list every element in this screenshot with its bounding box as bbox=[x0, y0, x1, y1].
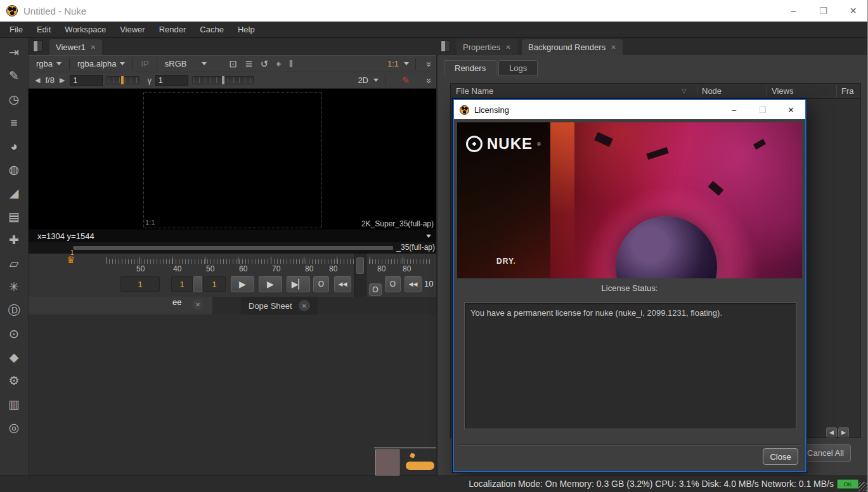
zero-button[interactable]: O bbox=[313, 276, 329, 292]
node-graph-minimap[interactable] bbox=[374, 448, 436, 476]
channel-stack-icon[interactable]: ≣ bbox=[241, 58, 257, 70]
menu-help[interactable]: Help bbox=[231, 22, 262, 38]
tab-viewer1[interactable]: Viewer1 ✕ bbox=[49, 39, 102, 55]
gain-slider[interactable] bbox=[107, 76, 139, 84]
timeline-ruler[interactable] bbox=[106, 257, 431, 264]
roi-target-icon[interactable]: ⌖ bbox=[272, 58, 285, 70]
pane-layout-icon[interactable] bbox=[441, 41, 450, 52]
gamma-slider[interactable] bbox=[192, 76, 254, 84]
menu-file[interactable]: File bbox=[3, 22, 30, 38]
menu-render[interactable]: Render bbox=[152, 22, 193, 38]
collapse-chevrons-icon[interactable]: » bbox=[424, 62, 434, 65]
pane-layout-icon[interactable] bbox=[33, 41, 42, 52]
ghost-tab-label: ee bbox=[172, 297, 181, 307]
filter-icon[interactable]: ◍ bbox=[0, 158, 29, 181]
column-views[interactable]: Views bbox=[772, 86, 793, 96]
zoom-level-dropdown[interactable]: 1:1 bbox=[387, 59, 399, 68]
collapse-chevrons-icon[interactable]: » bbox=[424, 78, 434, 82]
color-icon[interactable]: ◕ bbox=[0, 134, 29, 158]
node-graph-node[interactable] bbox=[375, 450, 399, 476]
3d-icon[interactable]: ▱ bbox=[0, 252, 29, 275]
plugins-icon[interactable]: ◎ bbox=[0, 416, 29, 439]
toolsets-icon[interactable]: ⚙ bbox=[0, 369, 29, 392]
colorspace-dropdown[interactable]: sRGB bbox=[161, 58, 211, 70]
particles-icon[interactable]: ✳ bbox=[0, 275, 29, 299]
tab-background-renders[interactable]: Background Renders ✕ bbox=[522, 39, 623, 55]
minimize-button[interactable]: – bbox=[779, 0, 808, 22]
frame-field[interactable] bbox=[120, 276, 160, 292]
playhead-icon[interactable]: ♛ bbox=[67, 254, 75, 266]
goto-end-button[interactable]: ▶▏ bbox=[287, 276, 310, 292]
split-handle[interactable] bbox=[193, 276, 202, 292]
status-metrics: Localization Mode: On Memory: 0.3 GB (3.… bbox=[469, 479, 834, 489]
resize-grip[interactable] bbox=[858, 482, 867, 491]
rewind-button[interactable]: ◀◀ bbox=[405, 276, 422, 292]
gain-prev-icon[interactable]: ◀ bbox=[34, 76, 41, 84]
views-icon[interactable]: ⊙ bbox=[0, 322, 29, 346]
pause-icon[interactable]: ‖ bbox=[285, 58, 297, 69]
metadata-icon[interactable]: ◆ bbox=[0, 346, 29, 369]
viewer-canvas[interactable]: 1:1 2K_Super_35(full-ap) bbox=[29, 89, 436, 230]
gamma-input[interactable] bbox=[155, 75, 188, 86]
window-title: Untitled - Nuke bbox=[23, 6, 86, 16]
tab-renders[interactable]: Renders bbox=[444, 60, 496, 76]
close-button[interactable]: ✕ bbox=[838, 0, 868, 22]
keyer-icon[interactable]: ◢ bbox=[0, 181, 29, 205]
deep-icon[interactable]: Ⓓ bbox=[0, 299, 29, 322]
rewind-button[interactable]: ◀◀ bbox=[334, 276, 351, 292]
sort-icon[interactable]: ▽ bbox=[682, 87, 687, 94]
dialog-maximize-button[interactable]: ❒ bbox=[748, 100, 777, 119]
zero-button[interactable]: O bbox=[385, 276, 401, 292]
roi-pencil-icon[interactable]: ✎ bbox=[401, 75, 410, 86]
chevron-down-icon[interactable] bbox=[426, 235, 431, 238]
image-icon[interactable]: ⇥ bbox=[0, 41, 29, 64]
refresh-icon[interactable]: ↺ bbox=[257, 58, 273, 70]
gain-next-icon[interactable]: ▶ bbox=[58, 76, 66, 84]
cancel-all-button[interactable]: Cancel All bbox=[800, 444, 851, 462]
transform-icon[interactable]: ✚ bbox=[0, 228, 29, 252]
tab-dope-sheet[interactable]: Dope Sheet ✕ bbox=[241, 297, 318, 314]
menu-bar: File Edit Workspace Viewer Render Cache … bbox=[0, 22, 868, 38]
tab-logs[interactable]: Logs bbox=[498, 60, 538, 76]
frame-field[interactable] bbox=[171, 276, 193, 292]
draw-icon[interactable]: ✎ bbox=[0, 64, 29, 87]
close-icon[interactable]: ✕ bbox=[192, 299, 204, 310]
input-process-toggle[interactable]: IP bbox=[137, 58, 152, 70]
column-file-name[interactable]: File Name bbox=[456, 86, 493, 96]
channels-dropdown[interactable]: rgba bbox=[32, 58, 65, 70]
close-icon[interactable]: ✕ bbox=[611, 44, 616, 51]
scroll-right-icon[interactable]: ▶ bbox=[838, 427, 849, 437]
scroll-left-icon[interactable]: ◀ bbox=[826, 427, 837, 437]
layer-dropdown[interactable]: rgba.alpha bbox=[74, 58, 129, 70]
menu-cache[interactable]: Cache bbox=[193, 22, 231, 38]
close-dialog-button[interactable]: Close bbox=[763, 448, 798, 465]
view-mode-dropdown[interactable]: 2D bbox=[358, 75, 368, 85]
close-icon[interactable]: ✕ bbox=[299, 300, 310, 311]
menu-edit[interactable]: Edit bbox=[30, 22, 58, 38]
column-frames[interactable]: Fra bbox=[841, 86, 854, 96]
chevron-down-icon bbox=[120, 62, 125, 65]
maximize-button[interactable]: ❒ bbox=[808, 0, 838, 22]
menu-workspace[interactable]: Workspace bbox=[58, 22, 113, 38]
column-node[interactable]: Node bbox=[702, 86, 722, 96]
close-icon[interactable]: ✕ bbox=[91, 44, 96, 51]
menu-viewer[interactable]: Viewer bbox=[113, 22, 152, 38]
channel-icon[interactable]: ≡ bbox=[0, 111, 29, 134]
play-step-button[interactable]: ▶ bbox=[259, 276, 282, 292]
time-icon[interactable]: ◷ bbox=[0, 87, 29, 111]
play-button[interactable]: ▶ bbox=[231, 276, 254, 292]
nuke-brand-logo: NUKE ® bbox=[466, 135, 541, 153]
merge-icon[interactable]: ▤ bbox=[0, 205, 29, 228]
close-icon[interactable]: ✕ bbox=[505, 44, 510, 51]
viewer-node[interactable] bbox=[406, 462, 434, 470]
timeline-splitter[interactable] bbox=[354, 254, 366, 297]
other-icon[interactable]: ▥ bbox=[0, 392, 29, 416]
dialog-minimize-button[interactable]: – bbox=[720, 100, 748, 119]
scroll-bar[interactable] bbox=[73, 246, 415, 250]
zero-button[interactable]: O bbox=[369, 283, 382, 296]
tab-properties[interactable]: Properties ✕ bbox=[457, 39, 517, 55]
frame-field[interactable] bbox=[203, 276, 226, 292]
dialog-close-button[interactable]: ✕ bbox=[777, 100, 805, 119]
monitor-out-icon[interactable]: ⊡ bbox=[226, 58, 242, 70]
gain-input[interactable] bbox=[70, 75, 103, 86]
